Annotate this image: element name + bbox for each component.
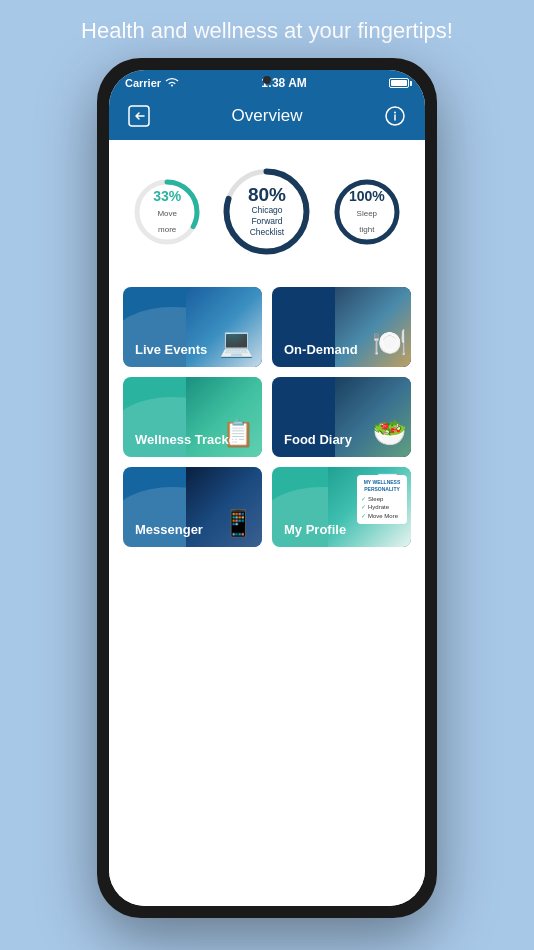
circle-label-sleep: 100% Sleep tight (349, 188, 385, 236)
profile-card-title: MY WELLNESS PERSONALITY (361, 479, 403, 493)
main-content: 33% Move more 80% ChicagoF (109, 140, 425, 906)
status-right (389, 78, 409, 88)
info-button[interactable] (381, 102, 409, 130)
circles-row: 33% Move more 80% ChicagoF (123, 156, 411, 267)
tile-wellness-tracker[interactable]: Wellness Tracker (123, 377, 262, 457)
profile-item-sleep: ✓ Sleep (361, 495, 403, 503)
circle-svg-move: 33% Move more (131, 176, 203, 248)
wifi-icon (165, 77, 179, 90)
circle-move-more: 33% Move more (131, 176, 203, 248)
tile-my-profile-label: My Profile (284, 522, 346, 537)
tile-on-demand[interactable]: On-Demand (272, 287, 411, 367)
phone-wrapper: Carrier 1:38 AM (97, 58, 437, 918)
circle-chicago: 80% ChicagoForwardChecklist (219, 164, 314, 259)
menu-grid: Live Events On-Demand Wellness Tracker (123, 287, 411, 547)
circle-label-move: 33% Move more (149, 188, 185, 236)
profile-card: MY WELLNESS PERSONALITY ✓ Sleep ✓ Hydrat… (357, 475, 407, 524)
tile-my-profile[interactable]: MY WELLNESS PERSONALITY ✓ Sleep ✓ Hydrat… (272, 467, 411, 547)
battery-fill (391, 80, 407, 86)
battery-icon (389, 78, 409, 88)
profile-item-hydrate: ✓ Hydrate (361, 503, 403, 511)
tile-live-events[interactable]: Live Events (123, 287, 262, 367)
back-button[interactable] (125, 102, 153, 130)
status-time: 1:38 AM (261, 76, 307, 90)
circle-label-chicago: 80% ChicagoForwardChecklist (248, 184, 286, 238)
nav-title: Overview (232, 106, 303, 126)
nav-bar: Overview (109, 94, 425, 140)
status-left: Carrier (125, 77, 179, 90)
phone-screen: Carrier 1:38 AM (109, 70, 425, 906)
tile-wellness-tracker-label: Wellness Tracker (135, 432, 241, 447)
tile-live-events-label: Live Events (135, 342, 207, 357)
tile-messenger[interactable]: Messenger (123, 467, 262, 547)
circle-svg-chicago: 80% ChicagoForwardChecklist (219, 164, 314, 259)
tile-food-diary-label: Food Diary (284, 432, 352, 447)
status-bar: Carrier 1:38 AM (109, 70, 425, 94)
tile-food-diary[interactable]: Food Diary (272, 377, 411, 457)
carrier-label: Carrier (125, 77, 161, 89)
tile-messenger-label: Messenger (135, 522, 203, 537)
tile-on-demand-label: On-Demand (284, 342, 358, 357)
svg-point-2 (394, 112, 396, 114)
page-header-text: Health and wellness at your fingertips! (51, 0, 483, 58)
circle-svg-sleep: 100% Sleep tight (331, 176, 403, 248)
profile-item-move: ✓ Move More (361, 512, 403, 520)
circle-sleep: 100% Sleep tight (331, 176, 403, 248)
